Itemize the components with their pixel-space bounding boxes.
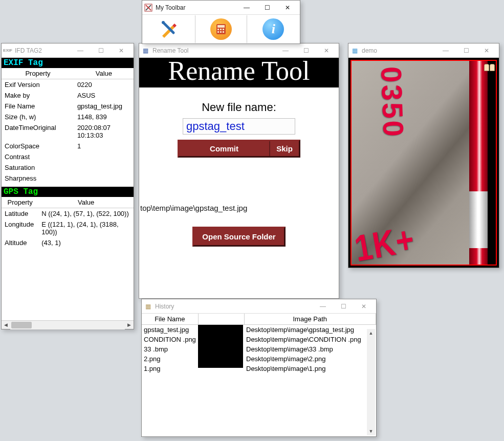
table-row: DateTimeOriginal2020:08:07 10:13:03 [2, 122, 134, 141]
val-cell: ASUS [74, 90, 134, 101]
svg-rect-4 [217, 29, 219, 30]
val-cell [74, 162, 134, 173]
history-title-text: History [155, 303, 313, 310]
scroll-left-icon[interactable]: ◀ [2, 321, 10, 329]
maximize-button[interactable]: ☐ [456, 43, 476, 58]
commit-button[interactable]: Commit [179, 141, 270, 156]
svg-point-1 [162, 21, 165, 24]
val-cell: 1148, 839 [74, 112, 134, 122]
minimize-button[interactable]: — [435, 43, 456, 58]
val-cell [74, 173, 134, 184]
minimize-button[interactable]: — [313, 299, 333, 314]
exif-table: Property Value Exif Version0220Make byAS… [2, 68, 134, 184]
val-cell: gpstag_test.jpg [74, 101, 134, 112]
svg-rect-7 [217, 31, 219, 33]
table-row: LongitudeE ((121, 1), (24, 1), (3188, 10… [2, 219, 134, 237]
maximize-button[interactable]: ☐ [296, 43, 316, 58]
table-row: Make byASUS [2, 90, 134, 101]
val-cell: 0220 [74, 79, 134, 91]
rename-heading: Rename Tool [139, 58, 339, 87]
scroll-down-icon[interactable]: ▼ [367, 427, 375, 435]
demo-titlebar[interactable]: ▦ demo — ☐ ✕ [348, 43, 499, 58]
val-cell: 1 [74, 141, 134, 151]
prop-cell: ColorSpace [2, 141, 74, 151]
pencil-tool-button[interactable] [142, 15, 195, 43]
maximize-button[interactable]: ☐ [257, 1, 277, 15]
thumb-cell [198, 325, 244, 374]
table-row[interactable]: gpstag_test.jpgDesktop\temp\image\gpstag… [142, 325, 376, 335]
scroll-right-icon[interactable]: ▶ [125, 321, 134, 329]
svg-rect-9 [223, 31, 224, 33]
calc-tool-button[interactable] [195, 15, 247, 43]
history-window[interactable]: ▦ History — ☐ ✕ File Name Image Path gps… [141, 299, 377, 437]
path-cell: Desktop\temp\image\33 .bmp [244, 344, 376, 354]
table-row: Size (h, w)1148, 839 [2, 112, 134, 122]
file-cell: 2.png [142, 354, 198, 364]
table-row: Exif Version0220 [2, 79, 134, 91]
table-row[interactable]: CONDITION .pngDesktop\temp\image\CONDITI… [142, 335, 376, 344]
close-button[interactable]: ✕ [277, 1, 298, 15]
filename-input[interactable]: gpstag_test [183, 118, 295, 135]
prop-cell: Contrast [2, 151, 74, 162]
scroll-thumb[interactable] [11, 322, 32, 328]
val-cell: E ((121, 1), (24, 1), (3188, 100)) [38, 219, 134, 237]
prop-cell: Altitude [2, 237, 38, 248]
spray-text-1: 0350 [375, 66, 410, 139]
table-row: Sharpness [2, 173, 134, 184]
toolbar-app-icon [144, 4, 152, 12]
exif-section-label: EXIF Tag [2, 58, 134, 68]
minimize-button[interactable]: — [70, 43, 91, 58]
close-button[interactable]: ✕ [316, 43, 337, 58]
table-row[interactable]: 1.pngDesktop\temp\image\1.png [142, 364, 376, 373]
toolbar-window[interactable]: My Toolbar — ☐ ✕ [142, 0, 300, 44]
close-button[interactable]: ✕ [476, 43, 497, 58]
history-titlebar[interactable]: ▦ History — ☐ ✕ [142, 299, 376, 314]
column-header-thumb [198, 314, 244, 325]
skip-button[interactable]: Skip [270, 141, 299, 156]
rename-window[interactable]: ▦ Rename Tool — ☐ ✕ Rename Tool New file… [139, 43, 339, 299]
close-button[interactable]: ✕ [354, 299, 374, 314]
gps-table: Property Value LatitudeN ((24, 1), (57, … [2, 197, 134, 248]
prop-cell: Saturation [2, 162, 74, 173]
survey-pole [469, 61, 488, 264]
exif-titlebar[interactable]: EXIF IFD TAG2 — ☐ ✕ [2, 43, 134, 58]
column-header-value: Value [74, 68, 134, 79]
toolbar-title-text: My Toolbar [156, 4, 236, 11]
column-header-filename: File Name [142, 314, 198, 325]
table-row[interactable]: 33 .bmpDesktop\temp\image\33 .bmp [142, 344, 376, 354]
table-row: Saturation [2, 162, 134, 173]
history-table: File Name Image Path gpstag_test.jpgDesk… [142, 314, 376, 373]
toolbar-titlebar[interactable]: My Toolbar — ☐ ✕ [142, 1, 300, 15]
horizontal-scrollbar[interactable]: ◀ ▶ [2, 320, 134, 329]
open-source-folder-button[interactable]: Open Source Folder [192, 227, 285, 247]
rename-titlebar[interactable]: ▦ Rename Tool — ☐ ✕ [139, 43, 339, 58]
demo-image: 0350 1K+ [350, 60, 497, 266]
prop-cell: Longitude [2, 219, 38, 237]
prop-cell: DateTimeOriginal [2, 122, 74, 141]
prop-cell: Make by [2, 90, 74, 101]
val-cell [74, 151, 134, 162]
path-cell: Desktop\temp\image\CONDITION .png [244, 335, 376, 344]
info-tool-button[interactable]: i [247, 15, 300, 43]
demo-title-text: demo [362, 47, 435, 54]
demo-window[interactable]: ▦ demo — ☐ ✕ 0350 1K+ [348, 43, 499, 268]
people-icons [484, 64, 495, 71]
svg-rect-8 [220, 31, 222, 33]
minimize-button[interactable]: — [236, 1, 257, 15]
path-cell: Desktop\temp\image\2.png [244, 354, 376, 364]
scroll-up-icon[interactable]: ▲ [367, 329, 375, 337]
history-app-icon: ▦ [144, 302, 152, 311]
minimize-button[interactable]: — [275, 43, 296, 58]
table-row[interactable]: 2.pngDesktop\temp\image\2.png [142, 354, 376, 364]
vertical-scrollbar[interactable]: ▲ ▼ [367, 329, 375, 435]
maximize-button[interactable]: ☐ [333, 299, 354, 314]
maximize-button[interactable]: ☐ [91, 43, 111, 58]
exif-window[interactable]: EXIF IFD TAG2 — ☐ ✕ EXIF Tag Property Va… [1, 43, 134, 329]
rename-title-text: Rename Tool [152, 47, 275, 54]
source-path: top\temp\image\gpstag_test.jpg [139, 204, 339, 212]
prop-cell: Latitude [2, 208, 38, 219]
svg-rect-5 [220, 29, 222, 30]
close-button[interactable]: ✕ [111, 43, 132, 58]
new-file-name-label: New file name: [139, 101, 339, 114]
table-row: Altitude(43, 1) [2, 237, 134, 248]
